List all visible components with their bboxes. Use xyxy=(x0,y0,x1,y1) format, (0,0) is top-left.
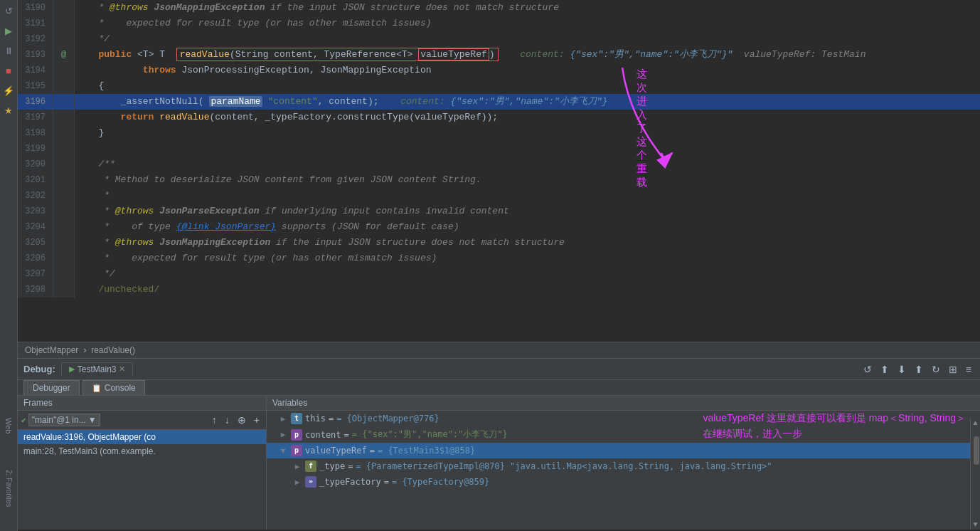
line-num-3190: 3190 xyxy=(18,0,53,16)
variables-label: Variables xyxy=(272,398,307,408)
code-line-3205: 3205 * @throws JsonMappingException if t… xyxy=(18,235,980,251)
code-line-3196: 3196 _assertNotNull( paramName "content"… xyxy=(18,94,980,110)
line-num-3207: 3207 xyxy=(18,266,53,282)
code-line-3192: 3192 */ xyxy=(18,31,980,47)
sidebar-btn-resume[interactable]: ▶ xyxy=(1,23,16,38)
frames-label: Frames xyxy=(23,398,53,408)
frame-down-btn[interactable]: ↓ xyxy=(222,413,233,427)
toolbar-settings-btn[interactable]: ≡ xyxy=(963,362,974,377)
gutter-3191 xyxy=(53,16,75,31)
frame-add-btn[interactable]: + xyxy=(251,413,262,427)
debug-header: Debug: ▶ TestMain3 ✕ ↺ ⬆ ⬇ ⬆ ↻ ⊞ ≡ xyxy=(18,359,980,380)
line-num-3204: 3204 xyxy=(18,219,53,235)
gutter-3202 xyxy=(53,188,75,204)
gutter-3200 xyxy=(53,157,75,172)
line-num-3195: 3195 xyxy=(18,78,53,94)
line-content-3202: * xyxy=(75,188,980,204)
vars-scroll-up[interactable]: ▲ xyxy=(971,417,980,428)
var-value-typefactory: = {TypeFactory@859} xyxy=(392,477,489,487)
debug-toolbar: ↺ ⬆ ⬇ ⬆ ↻ ⊞ ≡ xyxy=(861,362,974,377)
sidebar-btn-pause[interactable]: ⏸ xyxy=(1,43,16,58)
line-content-3195: { xyxy=(75,78,980,94)
line-num-3200: 3200 xyxy=(18,157,53,172)
var-expand-typefactory: ▶ xyxy=(292,478,302,487)
frames-nav: ↑ ↓ ⊕ + xyxy=(209,413,262,427)
line-num-3197: 3197 xyxy=(18,110,53,125)
line-num-3192: 3192 xyxy=(18,31,53,47)
debug-tab-testmain3[interactable]: ▶ TestMain3 ✕ xyxy=(61,362,134,377)
line-content-3192: */ xyxy=(75,31,980,47)
var-expand-valuetyperef: ▼ xyxy=(278,446,288,456)
code-line-3203: 3203 * @throws JsonParseException if und… xyxy=(18,204,980,219)
var-name-typefactory: _typeFactory xyxy=(319,477,381,487)
var-badge-content: p xyxy=(291,429,302,441)
sidebar-btn-web[interactable]: Web xyxy=(1,404,16,447)
gutter-3199 xyxy=(53,141,75,157)
frame-up-btn[interactable]: ↑ xyxy=(209,413,220,427)
debug-body: Frames ✔ "main"@1 in... ▼ ↑ ↓ ⊕ + xyxy=(18,396,980,530)
var-item-valuetyperef[interactable]: ▼ p valueTypeRef = = {TestMain3$1@858} xyxy=(267,443,980,458)
toolbar-stepinto-btn[interactable]: ⬇ xyxy=(895,362,909,377)
var-value-this: = {ObjectMapper@776} xyxy=(336,414,440,424)
var-badge-valuetyperef: p xyxy=(291,445,302,456)
line-content-3206: * expected for result type (or has other… xyxy=(75,251,980,266)
code-line-3197: 3197 return readValue(content, _typeFact… xyxy=(18,110,980,125)
tab-console[interactable]: 📋 Console xyxy=(82,380,145,395)
frames-toolbar: ✔ "main"@1 in... ▼ ↑ ↓ ⊕ + xyxy=(18,411,266,430)
line-num-3198: 3198 xyxy=(18,125,53,141)
sidebar-btn-reload[interactable]: ↺ xyxy=(1,4,16,18)
var-item-content[interactable]: ▶ p content = = {"sex":"男","name":"小李飞刀"… xyxy=(267,426,980,443)
line-num-3193: 3193 xyxy=(18,47,53,63)
line-content-3197: return readValue(content, _typeFactory.c… xyxy=(75,110,980,125)
vars-scroll-down[interactable]: ▼ xyxy=(971,519,980,530)
var-badge-this: t xyxy=(291,413,302,424)
var-expand-type: ▶ xyxy=(292,462,302,471)
sidebar-btn-lightning[interactable]: ⚡ xyxy=(1,83,16,98)
frame-item-readvalue[interactable]: readValue:3196, ObjectMapper (co xyxy=(18,430,266,444)
line-num-3208: 3208 xyxy=(18,282,53,298)
debug-label: Debug: xyxy=(23,364,55,374)
debug-panel: Debug: ▶ TestMain3 ✕ ↺ ⬆ ⬇ ⬆ ↻ ⊞ ≡ Debug… xyxy=(18,359,980,530)
line-content-3208: /unchecked/ xyxy=(75,282,980,298)
vars-scroll-thumb xyxy=(974,436,979,465)
var-subitem-type[interactable]: ▶ f _type = = {ParameterizedTypeImpl@870… xyxy=(267,458,980,474)
gutter-3206 xyxy=(53,251,75,266)
gutter-3195 xyxy=(53,78,75,94)
code-line-3200: 3200 /** xyxy=(18,157,980,172)
var-name-this: this xyxy=(305,414,326,424)
gutter-3203 xyxy=(53,204,75,219)
var-subitem-typefactory[interactable]: ▶ ∞ _typeFactory = = {TypeFactory@859} xyxy=(267,474,980,490)
thread-selector[interactable]: "main"@1 in... ▼ xyxy=(28,414,100,426)
gutter-3194 xyxy=(53,63,75,78)
line-content-3198: } xyxy=(75,125,980,141)
var-item-this[interactable]: ▶ t this = = {ObjectMapper@776} xyxy=(267,411,980,426)
tab-debugger[interactable]: Debugger xyxy=(23,380,80,395)
sidebar-btn-stop[interactable]: ■ xyxy=(1,63,16,78)
line-num-3205: 3205 xyxy=(18,235,53,251)
frames-panel: Frames ✔ "main"@1 in... ▼ ↑ ↓ ⊕ + xyxy=(18,396,267,530)
toolbar-stepout-btn[interactable]: ⬆ xyxy=(912,362,926,377)
frame-item-main[interactable]: main:28, TestMain3 (com.example. xyxy=(18,444,266,458)
line-content-3193: public <T> T readValue(String content, T… xyxy=(75,47,980,63)
var-eq-content: = xyxy=(344,430,349,440)
gutter-3192 xyxy=(53,31,75,47)
sidebar-btn-star[interactable]: ★ xyxy=(1,103,16,117)
var-expand-this: ▶ xyxy=(278,414,288,424)
vars-scrollbar[interactable]: ▲ ▼ xyxy=(970,417,980,530)
toolbar-runtocc-btn[interactable]: ↻ xyxy=(929,362,943,377)
line-content-3201: * Method to deserialize JSON content fro… xyxy=(75,172,980,188)
line-num-3203: 3203 xyxy=(18,204,53,219)
gutter-3198 xyxy=(53,125,75,141)
frames-panel-header: Frames xyxy=(18,396,266,411)
toolbar-resume-btn[interactable]: ↺ xyxy=(861,362,875,377)
main-content: 3190 * @throws JsonMappingException if t… xyxy=(18,0,980,531)
gutter-3208 xyxy=(53,282,75,298)
toolbar-evaluate-btn[interactable]: ⊞ xyxy=(946,362,960,377)
sidebar-btn-favorites[interactable]: 2: Favorites xyxy=(1,460,16,517)
var-name-type: _type xyxy=(319,461,345,471)
gutter-3196 xyxy=(53,94,75,110)
frame-filter-btn[interactable]: ⊕ xyxy=(235,413,249,427)
toolbar-stepover-btn[interactable]: ⬆ xyxy=(878,362,892,377)
variables-panel-header: Variables xyxy=(267,396,980,411)
code-line-3201: 3201 * Method to deserialize JSON conten… xyxy=(18,172,980,188)
